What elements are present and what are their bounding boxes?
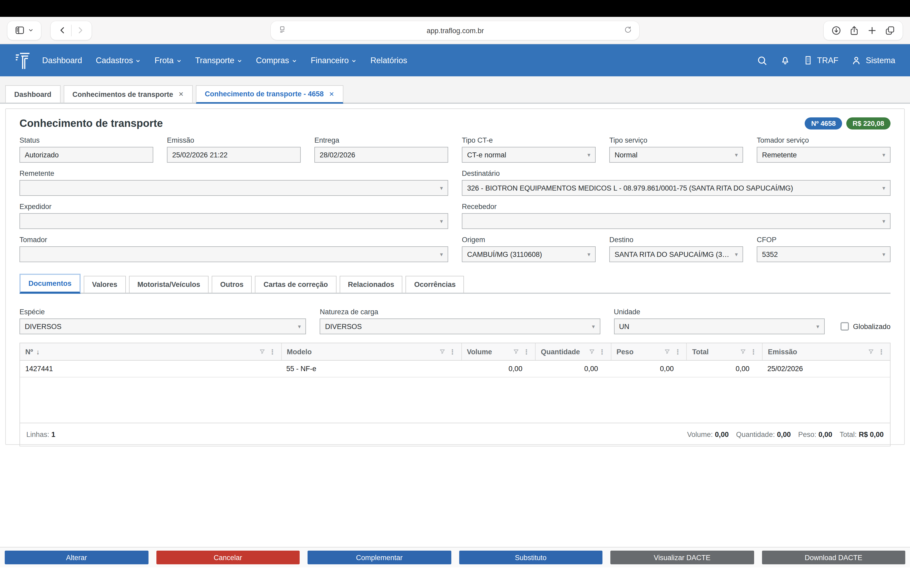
workspace-tab-dashboard[interactable]: Dashboard [5,85,60,104]
complementar-button[interactable]: Complementar [307,551,451,564]
page-title: Conhecimento de transporte [19,117,163,129]
column-menu-icon[interactable]: ⋮ [878,348,885,355]
especie-select[interactable]: DIVERSOS▾ [19,318,306,334]
column-header-emissao[interactable]: Emissão ⋮ [762,343,890,360]
tab-overview-icon[interactable] [885,25,895,36]
origem-label: Origem [462,236,596,244]
address-bar[interactable]: app.traflog.com.br [271,21,639,40]
nav-item-dashboard[interactable]: Dashboard [42,55,82,65]
natureza-carga-select[interactable]: DIVERSOS▾ [320,318,600,334]
tab-relacionados[interactable]: Relacionados [339,276,402,294]
filter-funnel-icon[interactable] [588,349,595,355]
tomador-servico-label: Tomador serviço [757,136,891,144]
status-label: Status [19,136,153,144]
detail-tab-bar: Documentos Valores Motorista/Veículos Ou… [19,274,891,294]
column-header-quantidade[interactable]: Quantidade ⋮ [535,343,611,360]
downloads-icon[interactable] [831,25,842,36]
remetente-select[interactable]: ▾ [19,180,448,196]
tab-outros[interactable]: Outros [212,276,252,294]
nav-item-financeiro[interactable]: Financeiro [311,55,357,66]
workspace-tab-conhecimentos[interactable]: Conhecimentos de transporte ✕ [63,85,193,104]
column-menu-icon[interactable]: ⋮ [598,348,605,355]
filter-funnel-icon[interactable] [664,349,671,355]
column-header-numero[interactable]: Nº ↓ ⋮ [20,343,281,360]
nav-item-cadastros[interactable]: Cadastros [96,55,141,66]
search-icon[interactable] [756,55,767,66]
cancelar-button[interactable]: Cancelar [156,551,300,564]
sort-desc-icon: ↓ [36,348,39,355]
visualizar-dacte-button[interactable]: Visualizar DACTE [610,551,754,564]
chevron-down-icon: ▾ [816,323,819,330]
column-header-volume[interactable]: Volume ⋮ [461,343,535,360]
share-icon[interactable] [849,25,860,36]
filter-funnel-icon[interactable] [868,349,874,355]
entrega-input[interactable]: 28/02/2026 [314,147,448,163]
nav-item-compras[interactable]: Compras [256,55,297,66]
reload-icon[interactable] [624,26,632,36]
chevron-down-icon: ▾ [735,251,738,258]
close-icon[interactable]: ✕ [329,90,334,98]
tab-cartas-de-correcao[interactable]: Cartas de correção [255,276,336,294]
column-menu-icon[interactable]: ⋮ [523,348,530,355]
tab-motorista-veiculos[interactable]: Motorista/Veículos [129,276,209,294]
filter-funnel-icon[interactable] [259,349,265,355]
column-header-modelo[interactable]: Modelo ⋮ [281,343,461,360]
recebedor-select[interactable]: ▾ [462,213,891,229]
column-menu-icon[interactable]: ⋮ [269,348,276,355]
download-dacte-button[interactable]: Download DACTE [762,551,905,564]
tomador-label: Tomador [19,236,448,244]
company-switcher[interactable]: TRAF [803,55,838,65]
documents-table: Nº ↓ ⋮ Modelo ⋮ Volume [19,343,891,446]
status-input[interactable]: Autorizado [19,147,153,163]
alterar-button[interactable]: Alterar [5,551,148,564]
origem-select[interactable]: CAMBUÍ/MG (3110608)▾ [462,246,596,262]
sidebar-toggle-button[interactable] [7,21,41,40]
new-tab-icon[interactable] [867,25,877,36]
forward-button[interactable] [76,26,84,35]
back-button[interactable] [58,26,66,35]
nav-item-relatorios[interactable]: Relatórios [370,55,407,65]
column-menu-icon[interactable]: ⋮ [449,348,456,355]
tomador-servico-select[interactable]: Remetente▾ [757,147,891,163]
close-icon[interactable]: ✕ [178,90,184,98]
cfop-select[interactable]: 5352▾ [757,246,891,262]
column-header-total[interactable]: Total ⋮ [687,343,762,360]
destino-select[interactable]: SANTA RITA DO SAPUCAÍ/MG (31...▾ [609,246,743,262]
column-menu-icon[interactable]: ⋮ [750,348,757,355]
cell-modelo: 55 - NF-e [281,365,461,373]
filter-funnel-icon[interactable] [740,349,746,355]
emissao-input[interactable]: 25/02/2026 21:22 [167,147,301,163]
tipo-servico-label: Tipo serviço [609,136,743,144]
user-menu[interactable]: Sistema [851,55,895,66]
traflog-logo[interactable] [15,51,31,69]
destinatario-select[interactable]: 326 - BIOTRON EQUIPAMENTOS MEDICOS L - 0… [462,180,891,196]
filter-funnel-icon[interactable] [439,349,445,355]
tab-ocorrencias[interactable]: Ocorrências [406,276,464,294]
user-name: Sistema [866,55,895,65]
cell-quantidade: 0,00 [535,365,611,373]
workspace-tab-conhecimento-4658[interactable]: Conhecimento de transporte - 4658 ✕ [196,85,343,104]
nav-item-frota[interactable]: Frota [155,55,181,66]
chevron-down-icon: ▾ [883,251,885,258]
destino-label: Destino [609,236,743,244]
tab-valores[interactable]: Valores [84,276,126,294]
column-menu-icon[interactable]: ⋮ [674,348,681,355]
tipo-servico-select[interactable]: Normal▾ [609,147,743,163]
filter-funnel-icon[interactable] [513,349,519,355]
tomador-select[interactable]: ▾ [19,246,448,262]
expedidor-select[interactable]: ▾ [19,213,448,229]
column-header-peso[interactable]: Peso ⋮ [611,343,686,360]
sidebar-icon [15,25,25,35]
nav-item-transporte[interactable]: Transporte [195,55,242,66]
cte-card: Conhecimento de transporte Nº 4658 R$ 22… [5,108,905,445]
substituto-button[interactable]: Substituto [459,551,603,564]
globalizado-checkbox[interactable] [840,322,849,331]
divider [71,24,71,36]
tipo-cte-select[interactable]: CT-e normal▾ [462,147,596,163]
notifications-bell-icon[interactable] [780,55,790,66]
reader-icon[interactable] [278,25,286,36]
table-header: Nº ↓ ⋮ Modelo ⋮ Volume [20,343,890,360]
unidade-select[interactable]: UN▾ [614,318,824,334]
table-row[interactable]: 1427441 55 - NF-e 0,00 0,00 0,00 0,00 25… [20,360,890,378]
tab-documentos[interactable]: Documentos [19,274,81,294]
